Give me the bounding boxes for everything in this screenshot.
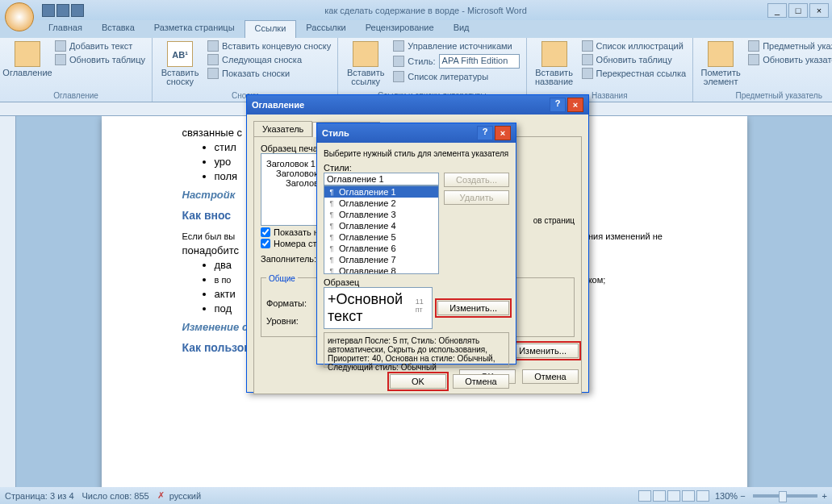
window-title: как сделать содержание в ворде - Microso… [84,6,767,15]
close-icon[interactable]: × [495,126,511,140]
title-bar: как сделать содержание в ворде - Microso… [0,0,832,20]
web-layout-view-icon[interactable] [667,490,680,502]
draft-view-icon[interactable] [696,490,709,502]
ribbon: Оглавление Добавить текст Обновить табли… [0,38,832,102]
style-description: интервал После: 5 пт, Стиль: Обновлять а… [324,332,509,368]
update-table-button[interactable]: Обновить таблицу [53,53,147,66]
style-icon [393,56,404,67]
index-icon [708,41,734,67]
help-button[interactable]: ? [550,98,566,112]
sample-label: Образец [324,277,509,287]
style-item: ¶Оглавление 2 [324,198,438,209]
zoom-slider[interactable] [753,494,817,498]
caption-icon [541,41,567,67]
footnote-icon: AB¹ [167,41,193,67]
minimize-button[interactable]: _ [767,3,787,18]
modify-style-button[interactable]: Изменить... [437,301,509,315]
style-dialog: Стиль?× Выберите нужный стиль для элемен… [316,123,516,364]
citation-icon [353,41,378,67]
language-status[interactable]: русский [169,491,201,501]
insert-citation-button[interactable]: Вставить ссылку [343,40,388,88]
zoom-level[interactable]: 130% [715,491,738,501]
save-icon[interactable] [42,4,55,17]
styles-label: Стили: [324,163,509,173]
print-layout-view-icon[interactable] [638,490,651,502]
toc-dialog-title: Оглавление [252,100,550,110]
next-icon [207,54,219,65]
close-icon[interactable]: × [567,98,583,112]
zoom-in-button[interactable]: + [822,491,827,501]
tab-mailings[interactable]: Рассылки [296,20,355,38]
bibliography-button[interactable]: Список литературы [391,70,521,83]
delete-style-button: Удалить [444,190,509,205]
style-item: ¶Оглавление 3 [324,209,438,220]
style-item: ¶Оглавление 8 [324,265,438,274]
tab-references[interactable]: Ссылки [245,20,297,38]
cancel-button[interactable]: Отмена [522,369,579,384]
citation-style-combo[interactable]: Стиль: APA Fifth Edition [391,53,521,69]
office-button[interactable] [5,2,34,31]
tab-index[interactable]: Указатель [253,121,312,136]
insert-footnote-button[interactable]: AB¹Вставить сноску [157,40,203,88]
outline-view-icon[interactable] [682,490,695,502]
redo-icon[interactable] [71,4,84,17]
toc-button[interactable]: Оглавление [5,40,50,79]
quick-access-toolbar [42,4,84,17]
close-button[interactable]: × [809,3,829,18]
undo-icon[interactable] [56,4,69,17]
crossref-icon [582,68,593,79]
create-style-button: Создать... [444,173,509,187]
word-count[interactable]: Число слов: 855 [82,491,149,501]
maximize-button[interactable]: □ [788,3,808,18]
update-index-icon [748,54,759,65]
zoom-out-button[interactable]: − [740,491,745,501]
group-index-label: Предметный указатель [698,90,832,102]
refresh-icon [55,54,66,65]
sample-preview: +Основной текст 11 пт [324,287,433,329]
group-toc-label: Оглавление [5,90,147,102]
status-bar: Страница: 3 из 4 Число слов: 855 ✗ русск… [0,487,832,504]
style-item: ¶Оглавление 5 [324,231,438,243]
style-list[interactable]: ¶Оглавление 1 ¶Оглавление 2 ¶Оглавление … [324,185,439,274]
general-group-label: Общие [266,274,298,283]
add-text-icon [55,40,66,52]
sources-icon [393,40,404,52]
tab-insert[interactable]: Вставка [92,20,144,38]
tab-review[interactable]: Рецензирование [356,20,444,38]
insert-endnote-button[interactable]: Вставить концевую сноску [206,40,332,52]
cross-reference-button[interactable]: Перекрестная ссылка [580,67,688,80]
refresh2-icon [582,54,593,65]
help-button[interactable]: ? [477,126,493,140]
vertical-ruler[interactable] [0,116,16,487]
update-table2-button[interactable]: Обновить таблицу [580,53,688,66]
modify-button[interactable]: Изменить... [507,344,579,358]
tab-view[interactable]: Вид [444,20,479,38]
style-cancel-button[interactable]: Отмена [453,374,509,389]
tab-leader-label: Заполнитель: [261,254,321,264]
insert-index-icon [748,40,759,52]
insert-caption-button[interactable]: Вставить название [532,40,577,88]
add-text-button[interactable]: Добавить текст [53,40,147,52]
style-ok-button[interactable]: OK [390,374,446,389]
next-footnote-button[interactable]: Следующая сноска [206,53,332,66]
biblio-icon [393,71,404,82]
update-index-button[interactable]: Обновить указатель [746,53,832,66]
mark-entry-button[interactable]: Пометить элемент [698,40,743,88]
table-figures-button[interactable]: Список иллюстраций [580,40,688,52]
page-status[interactable]: Страница: 3 из 4 [5,491,74,501]
show-icon [207,68,219,79]
style-dialog-title: Стиль [322,128,477,138]
style-instruction: Выберите нужный стиль для элемента указа… [324,149,509,158]
proofing-icon[interactable]: ✗ [157,490,165,501]
style-name-input[interactable]: Оглавление 1 [324,173,439,185]
tab-layout[interactable]: Разметка страницы [144,20,245,38]
style-item: ¶Оглавление 4 [324,220,438,231]
style-item: ¶Оглавление 1 [324,186,438,198]
manage-sources-button[interactable]: Управление источниками [391,40,521,52]
show-footnotes-button[interactable]: Показать сноски [206,67,332,80]
style-item: ¶Оглавление 6 [324,243,438,254]
tab-home[interactable]: Главная [39,20,92,38]
insert-index-button[interactable]: Предметный указатель [746,40,832,52]
figures-icon [582,40,593,52]
full-screen-view-icon[interactable] [653,490,666,502]
